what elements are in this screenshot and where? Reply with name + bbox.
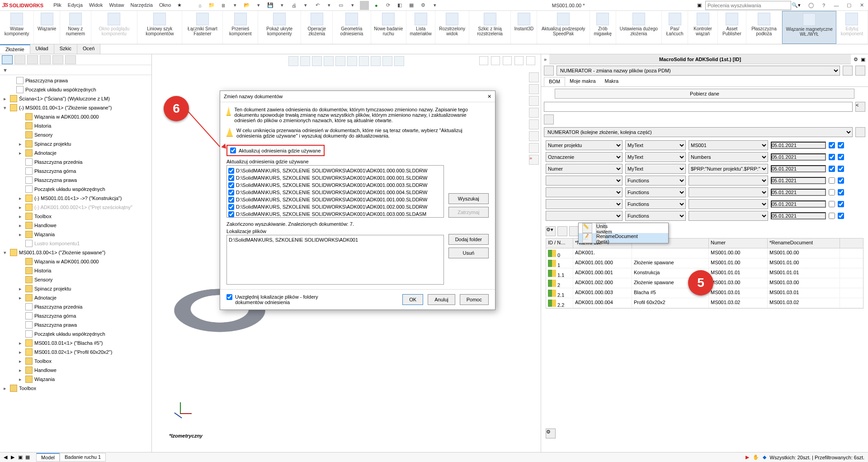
prop-name-select[interactable]	[546, 176, 623, 186]
hdr-rn[interactable]: *RenameDocument	[768, 238, 840, 248]
caret-icon[interactable]: ▸	[19, 141, 24, 147]
ribbon-przenie-komponent[interactable]: Przenieś komponent	[223, 11, 258, 44]
ribbon-wi-zanie[interactable]: Wiązanie	[34, 11, 60, 44]
print-dropdown[interactable]: ▾	[301, 1, 310, 10]
rp-icon3-icon[interactable]	[544, 114, 554, 124]
prop-value-select[interactable]: Numbers	[689, 152, 768, 162]
rp-btn1-icon[interactable]	[843, 66, 853, 76]
add-folder-button[interactable]: Dodaj folder	[448, 234, 489, 245]
fm-tab-tree-icon[interactable]	[2, 55, 13, 64]
sb-hand-icon[interactable]: ✋	[753, 454, 759, 460]
prop-cb2[interactable]	[838, 142, 844, 148]
caret-icon[interactable]: ▸	[4, 386, 8, 391]
prop-date-input[interactable]	[771, 177, 826, 184]
rp-fetch-button[interactable]: Pobierz dane	[555, 89, 854, 99]
caret-icon[interactable]: ▸	[19, 376, 24, 382]
rp-expand-icon[interactable]: »	[544, 57, 547, 62]
rp-btn2-icon[interactable]	[855, 66, 865, 76]
prev-view-icon[interactable]	[312, 56, 322, 66]
caret-icon[interactable]: ▸	[19, 367, 24, 373]
file-row[interactable]: D:\SolidMAN\KURS, SZKOLENIE SOLIDWORKS\A…	[228, 203, 442, 210]
ribbon-asset-publisher[interactable]: Asset Publisher	[718, 11, 746, 44]
vp-window1-icon[interactable]	[479, 56, 488, 65]
ribbon-lista-materia-w[interactable]: Lista materiałów	[406, 11, 435, 44]
caret-icon[interactable]: ▸	[19, 349, 24, 355]
menu-window[interactable]: Okno	[159, 2, 171, 8]
search-input[interactable]	[705, 1, 791, 10]
caret-icon[interactable]: ▸	[19, 286, 24, 292]
undo-dropdown[interactable]: ▾	[325, 1, 334, 10]
file-cb[interactable]	[228, 182, 234, 188]
edit-appearance-icon[interactable]	[371, 56, 381, 66]
tree-item[interactable]: ▸MS001.03.01<1> ("Blacha #5")	[0, 338, 151, 348]
file-cb[interactable]	[228, 190, 234, 195]
tree-item[interactable]: ▸Wiązania	[0, 230, 151, 239]
rp-gear2-icon[interactable]	[544, 66, 554, 76]
tree-item[interactable]: ▸Spinacz projektu	[0, 284, 151, 293]
locations-list[interactable]: D:\SolidMAN\KURS, SZKOLENIE SOLIDWORKS\A…	[226, 235, 444, 285]
options-icon[interactable]: ◧	[395, 1, 404, 10]
prop-value-select[interactable]	[689, 187, 768, 197]
prop-name-select[interactable]	[546, 187, 623, 197]
prop-date-input[interactable]	[771, 165, 826, 172]
table-row[interactable]: 1ADK001.001.000Złożenie spawaneMS001.01.…	[546, 258, 863, 268]
caret-icon[interactable]: ▸	[19, 223, 24, 229]
tile-icon[interactable]: ▦	[407, 1, 416, 10]
traffic-icon[interactable]: ●	[372, 1, 381, 10]
fm-tab-prop-icon[interactable]	[14, 55, 25, 64]
menu-file[interactable]: Plik	[53, 2, 61, 8]
ribbon-ustawienia-du-ego-z-o-enia[interactable]: Ustawienia dużego złożenia	[616, 11, 662, 44]
rp-tb-cols-icon[interactable]	[569, 226, 579, 236]
caret-icon[interactable]: ▸	[19, 214, 24, 219]
tree-item[interactable]: ▸Toolbox	[0, 212, 151, 221]
sb-icon[interactable]: ▣	[18, 454, 24, 460]
sb-icon[interactable]: ▶	[11, 454, 17, 460]
sb-tab-motion[interactable]: Badanie ruchu 1	[60, 453, 106, 462]
prop-type-select[interactable]: Functions	[625, 199, 686, 209]
menu-edit[interactable]: Edycja	[68, 2, 83, 8]
home-icon[interactable]: ⌂	[195, 1, 204, 10]
menu-star-icon[interactable]: ★	[177, 2, 182, 8]
dialog-close-icon[interactable]: ✕	[487, 94, 491, 100]
prop-cb2[interactable]	[838, 154, 844, 160]
save-dropdown[interactable]: ▾	[278, 1, 287, 10]
include-locations-checkbox[interactable]: Uwzględnij lokalizacje plików - foldery …	[226, 294, 321, 305]
tree-item[interactable]: Płaszczyzna górna	[0, 311, 151, 320]
prop-cb1[interactable]	[829, 189, 835, 195]
caret-icon[interactable]: ▾	[4, 105, 8, 111]
prop-value-select[interactable]	[689, 176, 768, 186]
cancel-button[interactable]: Anuluj	[428, 294, 455, 305]
prop-date-input[interactable]	[771, 189, 826, 196]
vp-close-icon[interactable]	[526, 56, 535, 65]
prop-date-input[interactable]	[771, 200, 826, 208]
prop-date-input[interactable]	[771, 142, 826, 149]
ribbon-nowy-z-numerem[interactable]: Nowy z numerem	[60, 11, 91, 44]
prop-date-input[interactable]	[771, 153, 826, 161]
tp-explorer-icon[interactable]	[529, 96, 539, 106]
tree-item[interactable]: Płaszczyzna górna	[0, 167, 151, 176]
rp-gear-icon[interactable]: ⚙	[854, 57, 858, 62]
ribbon-p-aszczyzna-pod-o-a[interactable]: Płaszczyzna podłoża	[746, 11, 783, 44]
tp-custom-props-icon[interactable]	[529, 131, 539, 141]
tree-item[interactable]: Lustro komponentu1	[0, 239, 151, 248]
ok-button[interactable]: OK	[402, 294, 423, 305]
ribbon-wstaw-komponenty[interactable]: Wstaw komponenty	[0, 11, 34, 44]
ribbon-rozstrzelony-widok[interactable]: Rozstrzelony widok	[435, 11, 469, 44]
minimize-icon[interactable]: —	[832, 1, 841, 10]
prop-name-select[interactable]	[546, 211, 623, 221]
tree-item[interactable]: ▾(-) MS001.01.00<1> ("Złożenie spawane")	[0, 103, 151, 112]
prop-cb1[interactable]	[829, 177, 835, 184]
prop-value-select[interactable]	[689, 199, 768, 209]
rp-tab-bom[interactable]: BOM	[544, 77, 565, 86]
prop-value-select[interactable]: $PRP:"Numer projektu".$PRP:"	[689, 164, 768, 174]
tab-assembly[interactable]: Złożenie	[0, 44, 30, 54]
tree-item[interactable]: ▸Adnotacje	[0, 293, 151, 302]
prop-name-select[interactable]: Numer	[546, 164, 623, 174]
ribbon-nowe-badanie-ruchu[interactable]: Nowe badanie ruchu	[371, 11, 406, 44]
tab-layout[interactable]: Układ	[30, 44, 54, 54]
file-cb[interactable]	[228, 204, 234, 210]
zoom-fit-icon[interactable]	[288, 56, 298, 66]
rp-tab-macros2[interactable]: Makra	[600, 77, 623, 86]
zoom-area-icon[interactable]	[300, 56, 310, 66]
tree-item[interactable]: Płaszczyzna prawa	[0, 76, 151, 85]
